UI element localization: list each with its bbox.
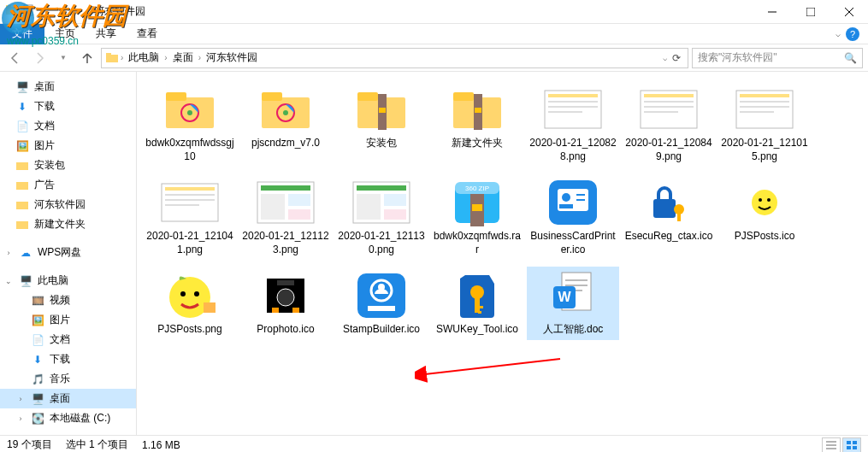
pictures-icon: 🖼️ bbox=[15, 139, 29, 153]
status-item-count: 19 个项目 bbox=[7, 437, 52, 452]
chevron-right-icon[interactable]: › bbox=[121, 53, 123, 62]
file-item[interactable]: 2020-01-21_121130.png bbox=[335, 173, 428, 260]
ribbon-expand-icon[interactable]: ⌵ bbox=[836, 29, 841, 38]
nav-desktop[interactable]: 🖥️桌面 bbox=[0, 77, 136, 97]
forward-button[interactable] bbox=[29, 48, 50, 68]
nav-hd[interactable]: 河东软件园 bbox=[0, 195, 136, 214]
chevron-right-icon[interactable]: › bbox=[164, 53, 167, 62]
tab-file[interactable]: 文件 bbox=[0, 24, 44, 44]
address-dropdown-icon[interactable]: ⌵ bbox=[663, 54, 667, 62]
address-bar[interactable]: › 此电脑 › 桌面 › 河东软件园 ⌵ ⟳ bbox=[101, 48, 688, 68]
nav-video[interactable]: 🎞️视频 bbox=[0, 291, 136, 310]
svg-rect-28 bbox=[453, 92, 474, 101]
tab-share[interactable]: 共享 bbox=[86, 23, 127, 44]
file-view[interactable]: bdwk0xzqmfwdssgj10pjscndzm_v7.0安装包新建文件夹2… bbox=[137, 72, 868, 435]
file-label: 安装包 bbox=[366, 137, 397, 150]
maximize-button[interactable] bbox=[791, 0, 830, 24]
svg-rect-4 bbox=[26, 10, 31, 11]
svg-rect-70 bbox=[576, 194, 585, 196]
nav-ads[interactable]: 广告 bbox=[0, 175, 136, 195]
file-item[interactable]: 2020-01-21_121041.png bbox=[144, 173, 236, 260]
svg-text:360 ZIP: 360 ZIP bbox=[465, 185, 489, 192]
file-item[interactable]: 360 ZIPbdwk0xzqmfwds.rar bbox=[431, 173, 523, 260]
file-label: pjscndzm_v7.0 bbox=[251, 137, 320, 150]
svg-rect-96 bbox=[565, 279, 588, 281]
back-button[interactable] bbox=[5, 48, 26, 68]
download-icon: ⬇ bbox=[31, 353, 44, 367]
nav-localdisk[interactable]: ›💽本地磁盘 (C:) bbox=[0, 408, 136, 428]
nav-desktop2[interactable]: ›🖥️桌面 bbox=[0, 389, 136, 408]
nav-pkg[interactable]: 安装包 bbox=[0, 156, 136, 175]
file-item[interactable]: 新建文件夹 bbox=[431, 80, 523, 167]
collapse-icon[interactable]: ⌄ bbox=[3, 277, 14, 285]
breadcrumb-folder[interactable]: 河东软件园 bbox=[203, 50, 261, 65]
file-label: SWUKey_Tool.ico bbox=[436, 323, 518, 337]
search-icon: 🔍 bbox=[844, 52, 857, 64]
nav-downloads[interactable]: ⬇下载 bbox=[0, 97, 136, 116]
svg-rect-9 bbox=[106, 55, 118, 62]
svg-rect-35 bbox=[548, 111, 582, 113]
document-icon: 📄 bbox=[15, 120, 29, 133]
file-item[interactable]: 2020-01-21_121015.png bbox=[718, 80, 811, 167]
file-label: 2020-01-21_121130.png bbox=[337, 230, 426, 256]
chevron-right-icon[interactable]: › bbox=[198, 53, 201, 62]
file-item[interactable]: StampBuilder.ico bbox=[335, 267, 428, 340]
file-item[interactable]: 2020-01-21_120828.png bbox=[527, 80, 619, 167]
search-input[interactable]: 搜索"河东软件园" 🔍 bbox=[692, 48, 863, 68]
file-item[interactable]: PJSPosts.ico bbox=[718, 173, 811, 260]
refresh-icon[interactable]: ⟳ bbox=[669, 52, 684, 64]
svg-rect-72 bbox=[653, 199, 676, 218]
properties-icon[interactable] bbox=[22, 3, 36, 21]
close-button[interactable] bbox=[830, 0, 868, 24]
svg-rect-10 bbox=[106, 53, 111, 56]
svg-point-22 bbox=[283, 110, 288, 115]
file-item[interactable]: 2020-01-21_121123.png bbox=[239, 173, 332, 260]
file-label: 2020-01-21_121015.png bbox=[720, 137, 809, 163]
nav-wps[interactable]: ›☁WPS网盘 bbox=[0, 243, 136, 262]
tab-home[interactable]: 主页 bbox=[44, 23, 86, 44]
file-item[interactable]: 2020-01-21_120849.png bbox=[623, 80, 715, 167]
expand-icon[interactable]: › bbox=[15, 414, 26, 423]
file-item[interactable]: pjscndzm_v7.0 bbox=[239, 80, 332, 167]
icons-view-button[interactable] bbox=[842, 437, 861, 453]
svg-rect-0 bbox=[6, 7, 18, 15]
file-icon bbox=[351, 84, 411, 135]
nav-downloads2[interactable]: ⬇下载 bbox=[0, 349, 136, 369]
recent-dropdown[interactable]: ▼ bbox=[53, 48, 74, 68]
details-view-button[interactable] bbox=[822, 437, 841, 453]
file-item[interactable]: bdwk0xzqmfwdssgj10 bbox=[144, 80, 236, 167]
expand-icon[interactable]: › bbox=[15, 395, 26, 403]
nav-thispc[interactable]: ⌄🖥️此电脑 bbox=[0, 271, 136, 291]
nav-pictures[interactable]: 🖼️图片 bbox=[0, 136, 136, 156]
svg-rect-48 bbox=[165, 194, 215, 196]
expand-icon[interactable]: › bbox=[3, 249, 14, 257]
file-label: EsecuReg_ctax.ico bbox=[625, 230, 713, 244]
breadcrumb-pc[interactable]: 此电脑 bbox=[125, 50, 162, 65]
file-item[interactable]: BusinessCardPrinter.ico bbox=[527, 173, 619, 260]
search-placeholder: 搜索"河东软件园" bbox=[698, 50, 777, 65]
file-item[interactable]: Prophoto.ico bbox=[239, 267, 332, 340]
file-item[interactable]: EsecuReg_ctax.ico bbox=[623, 173, 715, 260]
file-item[interactable]: W人工智能.doc bbox=[527, 267, 619, 340]
help-icon[interactable]: ? bbox=[846, 27, 859, 41]
svg-rect-37 bbox=[644, 94, 694, 97]
file-item[interactable]: SWUKey_Tool.ico bbox=[431, 267, 523, 340]
window-title: 河东软件园 bbox=[94, 4, 145, 19]
nav-pictures2[interactable]: 🖼️图片 bbox=[0, 310, 136, 330]
tab-view[interactable]: 查看 bbox=[127, 23, 168, 44]
minimize-button[interactable] bbox=[753, 0, 791, 24]
nav-music[interactable]: 🎵音乐 bbox=[0, 369, 136, 389]
file-icon bbox=[735, 177, 794, 228]
nav-newfolder[interactable]: 新建文件夹 bbox=[0, 214, 136, 234]
nav-documents[interactable]: 📄文档 bbox=[0, 116, 136, 136]
download-icon: ⬇ bbox=[15, 100, 29, 114]
breadcrumb-desktop[interactable]: 桌面 bbox=[169, 50, 197, 65]
navigation-pane[interactable]: 🖥️桌面 ⬇下载 📄文档 🖼️图片 安装包 广告 河东软件园 新建文件夹 ›☁W… bbox=[0, 72, 137, 435]
nav-documents2[interactable]: 📄文档 bbox=[0, 330, 136, 349]
file-item[interactable]: 安装包 bbox=[335, 80, 428, 167]
qat-dropdown-icon[interactable]: ▼ bbox=[39, 8, 46, 15]
up-button[interactable] bbox=[77, 48, 97, 68]
file-item[interactable]: PJSPosts.png bbox=[144, 267, 236, 340]
svg-point-84 bbox=[277, 289, 294, 306]
document-icon: 📄 bbox=[31, 333, 44, 347]
